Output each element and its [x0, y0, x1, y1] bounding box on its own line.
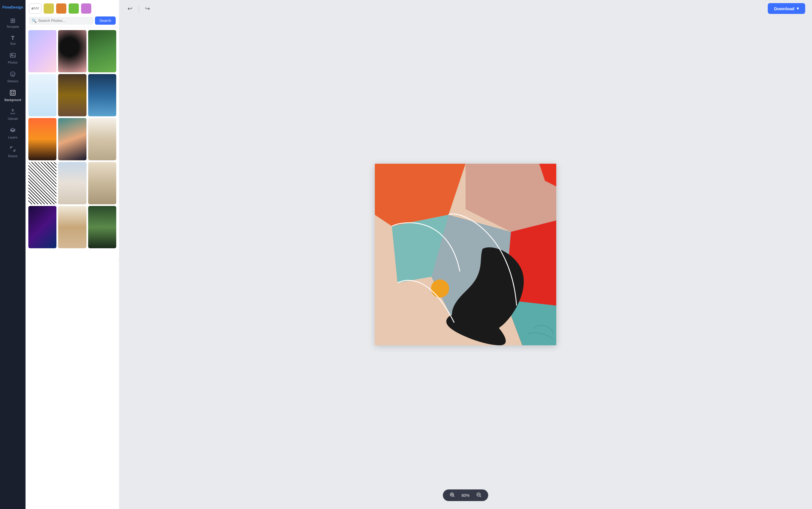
photo-thumb-6[interactable] [88, 74, 116, 116]
app-logo: FlowDesign [1, 3, 24, 14]
sidebar-item-label-layers: Layers [8, 136, 17, 139]
color-swatch-white[interactable]: #fff [29, 3, 41, 13]
sidebar-item-label-background: Background [4, 98, 21, 102]
color-swatch-green[interactable] [69, 3, 79, 13]
photo-thumb-inner-3 [88, 30, 116, 72]
svg-point-17 [431, 279, 449, 298]
sidebar-item-template[interactable]: ⊞ Template [1, 14, 24, 32]
toolbar-divider [139, 5, 139, 12]
svg-rect-9 [13, 93, 14, 95]
sidebar-item-label-stickers: Stickers [7, 79, 18, 83]
stickers-icon [10, 71, 16, 78]
photos-icon [10, 52, 16, 60]
photo-thumb-inner-7 [28, 118, 57, 160]
color-swatch-yellow[interactable] [44, 3, 54, 13]
sidebar-item-background[interactable]: Background [1, 86, 24, 105]
top-bar-left: ↩ ↪ [126, 3, 152, 13]
photo-thumb-9[interactable] [88, 118, 116, 160]
zoom-in-button[interactable] [448, 492, 456, 499]
zoom-in-icon [450, 492, 455, 497]
side-panel: #fff 🔍 Search [26, 0, 119, 509]
photo-thumb-15[interactable] [88, 206, 116, 248]
sidebar-item-label-upload: Upload [8, 117, 18, 120]
photo-thumb-3[interactable] [88, 30, 116, 72]
sidebar-item-label-text: Text [10, 42, 15, 45]
download-label: Download [774, 6, 795, 11]
photo-thumb-inner-14 [58, 206, 86, 248]
zoom-out-button[interactable] [475, 492, 483, 499]
search-icon: 🔍 [32, 19, 37, 23]
sidebar-item-text[interactable]: T Text [1, 32, 24, 49]
sidebar-item-stickers[interactable]: Stickers [1, 68, 24, 86]
photo-grid [26, 27, 119, 509]
photo-thumb-12[interactable] [88, 162, 116, 204]
svg-rect-6 [11, 91, 12, 93]
photo-thumb-inner-12 [88, 162, 116, 204]
layers-icon [10, 127, 16, 134]
template-icon: ⊞ [10, 18, 15, 24]
photo-thumb-11[interactable] [58, 162, 86, 204]
search-button[interactable]: Search [95, 16, 116, 25]
color-swatch-orange[interactable] [56, 3, 66, 13]
color-palette-row: #fff [29, 3, 116, 13]
photo-thumb-2[interactable] [58, 30, 86, 72]
photo-thumb-14[interactable] [58, 206, 86, 248]
panel-collapse-toggle[interactable]: ‹ [117, 249, 119, 260]
svg-rect-5 [10, 90, 15, 95]
photo-thumb-inner-1 [28, 30, 57, 72]
photo-thumb-inner-6 [88, 74, 116, 116]
redo-button[interactable]: ↪ [143, 3, 152, 13]
artwork-svg [375, 164, 556, 345]
photo-thumb-4[interactable] [28, 74, 57, 116]
svg-point-2 [10, 72, 15, 76]
top-bar: ↩ ↪ Download ▾ [119, 0, 812, 17]
upload-icon [10, 108, 16, 116]
zoom-bar: 60% [443, 489, 488, 501]
undo-button[interactable]: ↩ [126, 3, 134, 13]
sidebar-nav: FlowDesign ⊞ Template T Text Photos Stic… [0, 0, 26, 509]
photo-thumb-inner-2 [58, 30, 86, 72]
photo-thumb-1[interactable] [28, 30, 57, 72]
photo-thumb-7[interactable] [28, 118, 57, 160]
photo-thumb-8[interactable] [58, 118, 86, 160]
text-icon: T [11, 35, 14, 41]
canvas-area: ↩ ↪ Download ▾ [119, 0, 812, 509]
search-input-wrap[interactable]: 🔍 [29, 17, 93, 25]
panel-header: #fff 🔍 Search [26, 0, 119, 27]
search-row: 🔍 Search [29, 16, 116, 25]
sidebar-item-photos[interactable]: Photos [1, 49, 24, 68]
resize-icon [10, 146, 16, 153]
photo-thumb-inner-13 [28, 206, 57, 248]
sidebar-item-label-resize: Resize [8, 154, 17, 158]
photo-thumb-inner-4 [28, 74, 57, 116]
color-swatch-purple[interactable] [81, 3, 91, 13]
background-icon [10, 90, 16, 97]
svg-rect-0 [10, 53, 15, 57]
download-chevron-icon: ▾ [797, 6, 799, 11]
photo-thumb-inner-15 [88, 206, 116, 248]
sidebar-item-label-photos: Photos [8, 61, 17, 64]
photo-thumb-inner-9 [88, 118, 116, 160]
canvas-container [119, 0, 812, 509]
color-value-white: #fff [32, 7, 39, 10]
photo-thumb-13[interactable] [28, 206, 57, 248]
search-input[interactable] [38, 19, 90, 23]
zoom-out-icon [476, 492, 481, 497]
photo-thumb-5[interactable] [58, 74, 86, 116]
photo-thumb-10[interactable] [28, 162, 57, 204]
photo-thumb-inner-11 [58, 162, 86, 204]
svg-point-4 [13, 73, 14, 74]
sidebar-item-layers[interactable]: Layers [1, 124, 24, 142]
svg-rect-8 [11, 93, 12, 95]
sidebar-item-label-template: Template [6, 25, 19, 28]
download-button[interactable]: Download ▾ [768, 3, 805, 14]
photo-thumb-inner-10 [28, 162, 57, 204]
photo-thumb-inner-8 [58, 118, 86, 160]
svg-point-3 [12, 73, 12, 74]
sidebar-item-upload[interactable]: Upload [1, 105, 24, 124]
zoom-level: 60% [460, 493, 471, 498]
svg-rect-7 [13, 91, 14, 93]
photo-thumb-inner-5 [58, 74, 86, 116]
sidebar-item-resize[interactable]: Resize [1, 142, 24, 161]
canvas-frame[interactable] [375, 164, 556, 345]
